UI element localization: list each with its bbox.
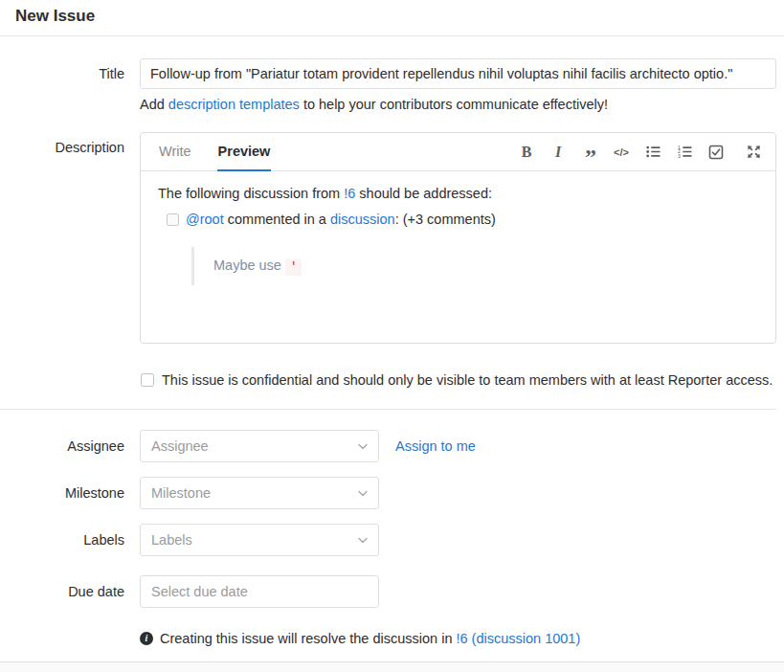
quoted-comment: Maybe use ' bbox=[191, 247, 758, 285]
italic-icon[interactable]: I bbox=[549, 143, 567, 162]
page-header: New Issue bbox=[0, 0, 784, 36]
description-row: Description Write Preview B I ” </> bbox=[0, 132, 776, 344]
bold-icon[interactable]: B bbox=[518, 143, 535, 162]
numbered-list-icon[interactable]: 123 bbox=[676, 143, 693, 162]
task-middle-text: commented in a bbox=[224, 212, 330, 227]
tab-preview[interactable]: Preview bbox=[217, 133, 272, 171]
markdown-editor-header: Write Preview B I ” </> 123 bbox=[141, 133, 775, 171]
hint-prefix: Add bbox=[140, 97, 168, 112]
assign-to-me-link[interactable]: Assign to me bbox=[395, 438, 476, 454]
due-date-input[interactable] bbox=[140, 575, 379, 608]
intro-suffix: should be addressed: bbox=[355, 186, 492, 201]
confidential-checkbox[interactable] bbox=[141, 373, 154, 387]
preview-intro-line: The following discussion from !6 should … bbox=[158, 186, 758, 201]
info-icon: i bbox=[140, 632, 153, 645]
labels-dropdown[interactable]: Labels bbox=[140, 524, 379, 556]
user-link[interactable]: @root bbox=[186, 212, 224, 227]
resolve-note-row: i Creating this issue will resolve the d… bbox=[0, 631, 776, 646]
section-divider bbox=[0, 409, 776, 410]
due-date-row: Due date bbox=[0, 575, 776, 608]
fullscreen-icon[interactable] bbox=[745, 143, 762, 162]
chevron-down-icon bbox=[358, 537, 368, 544]
note-prefix: Creating this issue will resolve the dis… bbox=[160, 631, 456, 646]
task-list-icon[interactable] bbox=[707, 143, 725, 162]
bullet-list-icon[interactable] bbox=[644, 143, 661, 162]
title-input[interactable] bbox=[140, 58, 776, 89]
description-label: Description bbox=[0, 132, 124, 155]
resolve-note-text: Creating this issue will resolve the dis… bbox=[160, 631, 580, 646]
page-title: New Issue bbox=[15, 7, 769, 25]
merge-request-link[interactable]: !6 bbox=[344, 186, 355, 201]
new-issue-form: Title Add description templates to help … bbox=[0, 58, 784, 646]
milestone-dropdown[interactable]: Milestone bbox=[140, 477, 379, 509]
tab-write[interactable]: Write bbox=[158, 133, 192, 171]
quote-text: Maybe use bbox=[213, 258, 285, 273]
title-row: Title Add description templates to help … bbox=[0, 58, 776, 112]
confidential-label: This issue is confidential and should on… bbox=[162, 370, 773, 391]
form-actions-bar bbox=[0, 661, 784, 672]
assignee-dropdown[interactable]: Assignee bbox=[140, 430, 379, 462]
chevron-down-icon bbox=[358, 490, 368, 497]
editor-tabs: Write Preview bbox=[158, 133, 271, 170]
code-icon[interactable]: </> bbox=[613, 143, 630, 162]
resolve-discussion-link[interactable]: !6 (discussion 1001) bbox=[456, 631, 580, 646]
labels-dropdown-value: Labels bbox=[151, 532, 192, 548]
chevron-down-icon bbox=[358, 443, 368, 450]
milestone-label: Milestone bbox=[0, 485, 124, 501]
task-list: @root commented in a discussion: (+3 com… bbox=[158, 210, 758, 285]
intro-prefix: The following discussion from bbox=[158, 186, 344, 201]
markdown-toolbar: B I ” </> 123 bbox=[518, 133, 762, 170]
confidential-row: This issue is confidential and should on… bbox=[0, 370, 776, 391]
inline-code: ' bbox=[285, 258, 302, 276]
discussion-link[interactable]: discussion bbox=[330, 212, 395, 227]
templates-hint: Add description templates to help your c… bbox=[140, 97, 776, 112]
hint-suffix: to help your contributors communicate ef… bbox=[300, 97, 608, 112]
labels-row: Labels Labels bbox=[0, 524, 776, 556]
markdown-preview: The following discussion from !6 should … bbox=[141, 171, 775, 343]
svg-text:3: 3 bbox=[678, 153, 681, 159]
quote-icon[interactable]: ” bbox=[581, 143, 598, 162]
due-date-label: Due date bbox=[0, 584, 124, 599]
task-list-item: @root commented in a discussion: (+3 com… bbox=[167, 210, 758, 285]
task-checkbox[interactable] bbox=[167, 213, 179, 226]
description-templates-link[interactable]: description templates bbox=[168, 97, 300, 112]
labels-label: Labels bbox=[0, 532, 124, 548]
assignee-row: Assignee Assignee Assign to me bbox=[0, 430, 776, 462]
title-label: Title bbox=[0, 58, 124, 81]
milestone-dropdown-value: Milestone bbox=[151, 485, 211, 501]
markdown-editor: Write Preview B I ” </> 123 bbox=[140, 132, 776, 344]
task-suffix-text: : (+3 comments) bbox=[395, 212, 496, 227]
assignee-label: Assignee bbox=[0, 438, 124, 454]
assignee-dropdown-value: Assignee bbox=[151, 438, 209, 454]
milestone-row: Milestone Milestone bbox=[0, 477, 776, 509]
